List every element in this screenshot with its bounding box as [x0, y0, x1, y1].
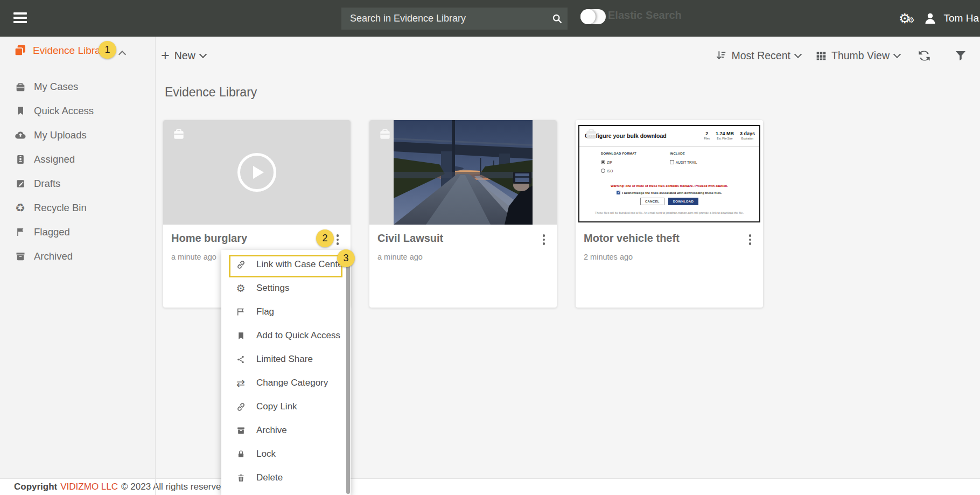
new-button-label: New: [174, 50, 195, 62]
bulk-dialog-footnote: These files will be bundled into a file.…: [585, 211, 754, 214]
card-more-options-icon[interactable]: [333, 232, 342, 248]
menu-item-label: Delete: [256, 472, 283, 483]
chevron-down-icon: [199, 51, 207, 58]
menu-item-label: Change Category: [256, 378, 328, 388]
stat-label: Est. File Size: [717, 137, 732, 140]
sidebar-item-my-uploads[interactable]: My Uploads: [0, 123, 155, 147]
sidebar-item-evidence-library[interactable]: Evidence Library: [0, 37, 155, 65]
menu-item-label: Lock: [256, 449, 276, 459]
sidebar-item-drafts[interactable]: Drafts: [0, 171, 155, 196]
menu-item-label: Add to Quick Access: [256, 330, 340, 341]
menu-item-link-with-case-center[interactable]: Link with Case Center: [221, 253, 351, 276]
filter-button[interactable]: [954, 49, 967, 62]
card-title: Motor vehicle theft: [584, 232, 680, 245]
menu-item-label: Flag: [256, 306, 274, 317]
evidence-card-civil-lawsuit[interactable]: Civil Lawsuit a minute ago: [369, 120, 557, 308]
menu-item-label: Settings: [256, 283, 289, 294]
hamburger-menu-icon[interactable]: [13, 12, 27, 25]
stat-label: Expiration: [741, 137, 753, 140]
malware-warning-text: Warning: one or more of these files cont…: [579, 184, 759, 187]
sidebar-item-label: Quick Access: [34, 105, 94, 117]
id-badge-icon: [13, 154, 27, 165]
tutorial-step-3-badge: 3: [337, 249, 355, 267]
card-more-options-icon[interactable]: [540, 232, 549, 248]
link-icon: [234, 260, 247, 270]
stat-value: 1.74 MB: [716, 131, 734, 136]
case-briefcase-icon: [378, 127, 392, 141]
topbar-right-group: ⚙⚙ Tom Ha: [899, 0, 980, 37]
menu-item-settings[interactable]: ⚙ Settings: [221, 276, 351, 300]
cloud-upload-icon: [13, 129, 27, 142]
sidebar-item-recycle-bin[interactable]: ♻ Recycle Bin: [0, 196, 155, 220]
search-button[interactable]: [546, 8, 568, 30]
menu-item-flag[interactable]: Flag: [221, 300, 351, 324]
audit-trail-label: AUDIT TRAIL: [676, 161, 697, 164]
top-bar: Elastic Search ⚙⚙ Tom Ha: [0, 0, 980, 37]
footer: Copyright VIDIZMO LLC © 2023 All rights …: [0, 478, 980, 495]
elastic-search-toggle[interactable]: [580, 9, 606, 24]
view-dropdown[interactable]: Thumb View: [816, 50, 900, 62]
sort-icon: [715, 50, 727, 61]
sidebar-item-archived[interactable]: Archived: [0, 244, 155, 268]
menu-item-delete[interactable]: Delete: [221, 466, 351, 490]
evidence-library-icon: [13, 44, 27, 58]
menu-item-label: Copy Link: [256, 401, 297, 412]
case-briefcase-icon: [584, 127, 598, 141]
link-icon: [234, 402, 247, 412]
chevron-down-icon: [893, 51, 901, 58]
user-menu[interactable]: Tom Ha: [923, 11, 980, 26]
tutorial-step-2-badge: 2: [316, 229, 334, 247]
settings-gears-icon[interactable]: ⚙⚙: [899, 12, 911, 25]
page-title: Evidence Library: [165, 85, 257, 100]
toggle-knob: [580, 9, 596, 24]
menu-scrollbar[interactable]: [346, 253, 350, 494]
bookmark-icon: [13, 106, 27, 116]
card-more-options-icon[interactable]: [746, 232, 755, 248]
sidebar-item-my-cases[interactable]: My Cases: [0, 74, 155, 99]
new-button[interactable]: + New: [161, 37, 206, 74]
filter-funnel-icon: [954, 49, 967, 62]
refresh-button[interactable]: [917, 48, 932, 63]
evidence-photo: [394, 120, 533, 225]
sidebar-item-label: Recycle Bin: [34, 202, 87, 214]
sort-dropdown[interactable]: Most Recent: [715, 50, 801, 62]
view-label: Thumb View: [831, 50, 890, 62]
sort-label: Most Recent: [732, 50, 790, 62]
menu-item-limited-share[interactable]: Limited Share: [221, 347, 351, 371]
archive-icon: [13, 251, 27, 262]
evidence-card-motor-vehicle-theft[interactable]: Configure your bulk download 2Files 1.74…: [576, 120, 763, 308]
sidebar-item-label: Assigned: [34, 154, 75, 165]
photo-thumbnail: [369, 120, 557, 225]
grid-view-icon: [816, 50, 827, 61]
card-timestamp: 2 minutes ago: [584, 253, 633, 261]
archive-icon: [234, 426, 247, 435]
stat-value: 3 days: [740, 131, 755, 136]
menu-item-label: Archive: [256, 425, 287, 436]
iso-label: ISO: [607, 169, 613, 173]
menu-item-copy-link[interactable]: Copy Link: [221, 395, 351, 419]
sidebar-item-flagged[interactable]: Flagged: [0, 220, 155, 244]
sidebar-item-label: My Cases: [34, 81, 78, 93]
menu-item-archive[interactable]: Archive: [221, 419, 351, 442]
sidebar-item-quick-access[interactable]: Quick Access: [0, 99, 155, 123]
download-button-preview: DOWNLOAD: [668, 198, 698, 205]
zip-label: ZIP: [607, 161, 612, 164]
screenshot-thumbnail: Configure your bulk download 2Files 1.74…: [576, 120, 763, 225]
toolbar-right-tools: Most Recent Thumb View: [715, 37, 968, 74]
card-context-menu: Link with Case Center ⚙ Settings Flag Ad…: [221, 250, 351, 495]
menu-item-add-to-quick-access[interactable]: Add to Quick Access: [221, 324, 351, 347]
main-toolbar: + New Most Recent Thumb View: [155, 37, 980, 74]
sidebar: Evidence Library My Cases Quick Access: [0, 37, 155, 478]
iso-radio: [601, 169, 605, 173]
menu-item-lock[interactable]: Lock: [221, 442, 351, 466]
sidebar-item-label: Evidence Library: [33, 45, 109, 57]
search-input[interactable]: [341, 8, 546, 30]
vidizmo-link[interactable]: VIDIZMO LLC: [60, 482, 118, 492]
menu-item-change-category[interactable]: ⇄ Change Category: [221, 371, 351, 395]
case-briefcase-icon: [172, 127, 186, 141]
sidebar-divider: [155, 37, 156, 495]
sidebar-item-assigned[interactable]: Assigned: [0, 147, 155, 171]
cancel-button-preview: CANCEL: [640, 198, 664, 205]
bookmark-icon: [234, 331, 247, 340]
play-icon[interactable]: [237, 153, 276, 192]
